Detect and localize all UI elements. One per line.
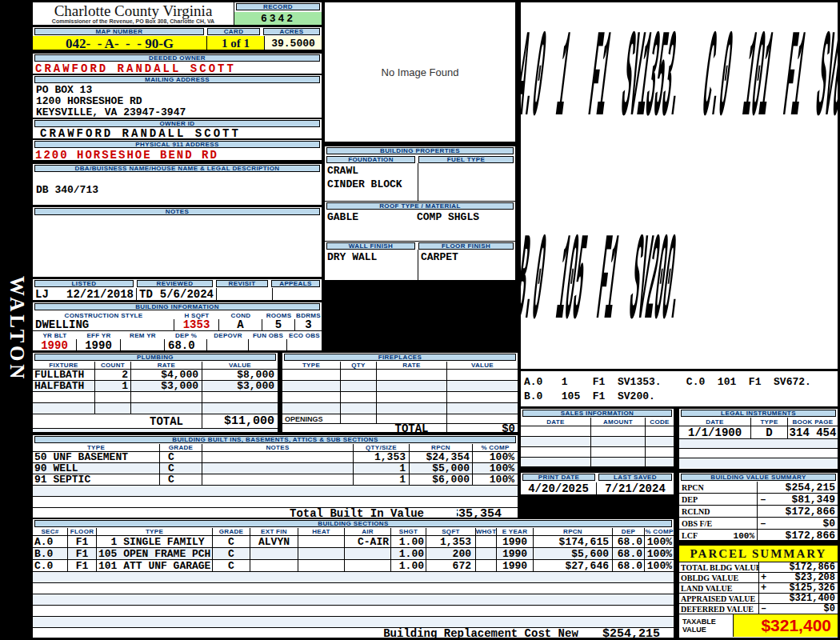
sales-header-amount: AMOUNT xyxy=(591,418,646,426)
table-row-empty xyxy=(521,458,674,467)
roof-label: ROOF TYPE / MATERIAL xyxy=(326,202,514,210)
sketch-vector-line-1: A.0 1 F1 SV1353. C.0 101 F1 SV672. xyxy=(520,9,838,153)
building-value-summary: BUILDING VALUE SUMMARY RPCN $254,215 DEP… xyxy=(678,472,838,541)
table-row: B.0 F1 105 OPEN FRAME PCH C 1.00 200 199… xyxy=(33,548,674,560)
builtins-total-label: Total Built In Value xyxy=(257,508,457,518)
mailing-line-3: KEYSVILLE, VA 23947-3947 xyxy=(36,107,322,118)
parcel-summary-label: PARCEL SUMMARY xyxy=(679,546,838,562)
funobs-header: FUN OBS xyxy=(249,331,287,339)
building-properties-block: BUILDING PROPERTIES FOUNDATION FUEL TYPE… xyxy=(324,146,516,281)
legal-instruments-table: LEGAL INSTRUMENTS DATE TYPE BOOK PAGE 1/… xyxy=(678,408,838,470)
record-label: RECORD xyxy=(236,3,320,10)
wall-finish-value: DRY WALL xyxy=(325,250,418,280)
sections-header-sec: SEC# xyxy=(33,528,68,535)
parcel-row: TOTAL BLDG VALUE $172,866 xyxy=(679,562,838,573)
foundation-line-1: CRAWL xyxy=(327,164,418,178)
table-row: 90 WELL C 1 $5,000 100% xyxy=(33,463,518,474)
physical-address-value: 1200 HORSESHOE BEND RD xyxy=(33,149,322,161)
acres-label: ACRES xyxy=(263,28,320,35)
sales-info-table: SALES INFORMATION DATE AMOUNT CODE xyxy=(520,408,674,467)
owner-id-value: CRAWFORD RANDALL SCOTT xyxy=(33,128,322,139)
builtins-header-qty: QTY/SIZE xyxy=(354,444,410,451)
legal-header-book: BOOK PAGE xyxy=(788,418,838,426)
table-row-empty xyxy=(33,486,518,497)
record-value: 6342 xyxy=(234,12,322,25)
depovr-header: DEPOVR xyxy=(207,331,249,339)
map-number-label: MAP NUMBER xyxy=(34,28,204,35)
summary-row: OBS F/E – $0 xyxy=(679,518,838,530)
summary-row: RCLND $172,866 xyxy=(679,506,838,518)
builtins-header-comp: % COMP xyxy=(473,444,518,451)
ecoobs-header: ECO OBS xyxy=(287,331,322,339)
summary-row: LCF 100% $172,866 xyxy=(679,530,838,541)
effyr-header: EFF YR xyxy=(77,331,121,339)
sections-header-grade: GRADE xyxy=(213,528,250,535)
remyr-value xyxy=(121,339,165,351)
sections-header-eyear: E YEAR xyxy=(497,528,534,535)
summary-row: RPCN $254,215 xyxy=(679,482,838,494)
mailing-address-block: MAILING ADDRESS PO BOX 13 1200 HORSESHOE… xyxy=(32,74,322,118)
table-row-empty xyxy=(679,439,838,449)
table-row-empty xyxy=(282,403,518,414)
table-row-empty xyxy=(521,437,674,447)
fuel-type-label: FUEL TYPE xyxy=(418,156,514,163)
plumbing-header-fixture: FIXTURE xyxy=(33,362,95,369)
plumbing-total-label: TOTAL xyxy=(131,414,202,428)
construction-style-value: DWELLING xyxy=(33,319,174,330)
fireplaces-header-qty: QTY xyxy=(341,362,377,369)
sales-header-code: CODE xyxy=(646,418,674,426)
dba-label: DBA/BUISNESS NAME/HOUSE NAME & LEGAL DES… xyxy=(34,165,320,172)
table-row-empty xyxy=(33,572,674,583)
fireplaces-openings-label: OPENINGS xyxy=(282,414,341,423)
table-row: C.0 F1 101 ATT UNF GARAGE C 1.00 672 199… xyxy=(33,560,674,572)
builtins-header-notes: NOTES xyxy=(202,444,354,451)
table-row-empty xyxy=(282,381,518,392)
legal-instruments-label: LEGAL INSTRUMENTS xyxy=(681,410,836,417)
building-info-block: BUILDING INFORMATION CONSTRUCTION STYLE … xyxy=(32,302,322,351)
depovr-value xyxy=(207,339,249,351)
bdrms-value: 3 xyxy=(295,319,322,330)
table-row-empty xyxy=(521,447,674,458)
fireplaces-total-label: TOTAL xyxy=(377,424,447,433)
acres-value: 39.5000 xyxy=(265,36,322,50)
yrblt-value: 1990 xyxy=(33,339,77,351)
replacement-cost-value: $254,215 xyxy=(593,628,665,638)
revisit-value xyxy=(217,288,273,301)
hsqft-value: 1353 xyxy=(174,319,219,330)
fireplaces-total-value: $0 xyxy=(447,424,518,433)
rooms-header: ROOMS xyxy=(262,311,295,319)
foundation-label: FOUNDATION xyxy=(326,156,415,163)
dep-value: 68.0 xyxy=(165,339,207,351)
sections-header-extfin: EXT FIN xyxy=(250,528,298,535)
table-row-empty xyxy=(33,606,674,617)
reviewed-label: REVIEWED xyxy=(137,280,213,287)
parcel-row: OBLDG VALUE + $23,208 xyxy=(679,573,838,583)
roof-type-value: GABLE xyxy=(325,210,417,241)
sketch-panel: A.0 1 F1 SV1353. C.0 101 F1 SV672. B.0 1… xyxy=(520,2,838,370)
table-row-empty xyxy=(282,370,518,381)
floor-finish-value: CARPET xyxy=(418,250,515,280)
table-row-empty xyxy=(33,583,674,594)
legal-header-type: TYPE xyxy=(751,418,788,426)
parcel-summary: PARCEL SUMMARY TOTAL BLDG VALUE $172,866… xyxy=(678,545,838,638)
reviewed-date: 5/6/2024 xyxy=(160,288,214,301)
deeded-owner-block: DEEDED OWNER CRAWFORD RANDALL SCOTT xyxy=(32,53,322,74)
replacement-cost-label: Building Replacement Cost New xyxy=(369,628,593,638)
owner-id-label: OWNER ID xyxy=(34,120,320,127)
sections-header-air: AIR xyxy=(345,528,391,535)
fireplaces-header-value: VALUE xyxy=(447,362,518,369)
card-label: CARD xyxy=(207,28,260,35)
deeded-owner-value: CRAWFORD RANDALL SCOTT xyxy=(33,62,322,74)
sales-info-label: SALES INFORMATION xyxy=(522,410,672,417)
sections-header-type: TYPE xyxy=(97,528,213,535)
sections-header-rpcn: RPCN xyxy=(534,528,613,535)
sections-header-floor: FLOOR xyxy=(68,528,97,535)
parcel-row: LAND VALUE + $125,326 xyxy=(679,583,838,594)
table-row: 91 SEPTIC C 1 $6,000 100% xyxy=(33,474,518,486)
effyr-value: 1990 xyxy=(77,339,121,351)
dep-header: DEP % xyxy=(165,331,207,339)
mailing-line-2: 1200 HORSESHOE RD xyxy=(36,96,322,107)
watermark-walton: WALTON xyxy=(6,276,28,382)
yrblt-header: YR BLT xyxy=(33,331,77,339)
dates-block: PRINT DATE LAST SAVED 4/20/2025 7/21/202… xyxy=(520,472,674,495)
